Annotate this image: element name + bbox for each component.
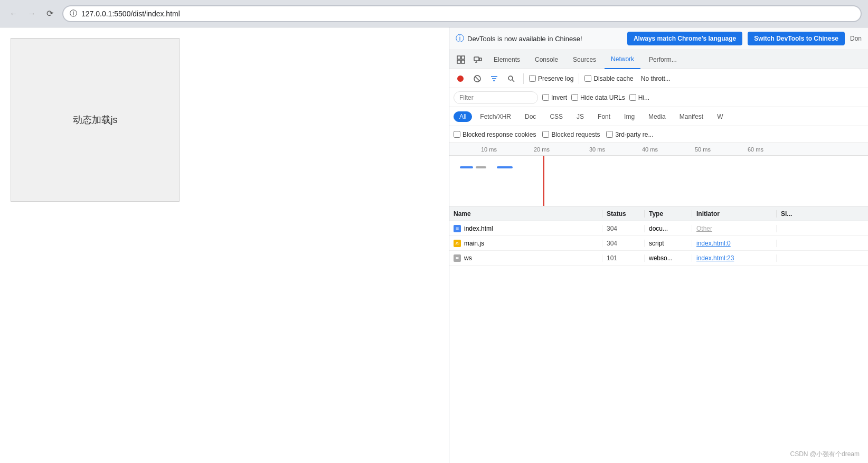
page-content: 动态加载js xyxy=(0,27,449,463)
row-status-index-html: 304 xyxy=(602,225,645,232)
devtools-notification: ⓘ DevTools is now available in Chinese! … xyxy=(449,27,868,50)
address-bar[interactable]: ⓘ 127.0.0.1:5500/dist/index.html xyxy=(62,5,862,22)
blocked-requests-label[interactable]: Blocked requests xyxy=(542,131,600,138)
html-file-icon: ☰ xyxy=(454,225,461,232)
col-header-initiator: Initiator xyxy=(692,210,777,218)
toolbar-separator-2 xyxy=(579,73,579,84)
filter-toggle-button[interactable] xyxy=(487,72,501,86)
notification-info-icon: ⓘ xyxy=(456,33,464,44)
blocked-cookies-label[interactable]: Blocked response cookies xyxy=(454,131,536,138)
blocked-third-party-checkbox[interactable] xyxy=(606,131,613,138)
filter-input[interactable] xyxy=(454,91,538,104)
info-icon: ⓘ xyxy=(70,9,77,18)
row-name-index-html: ☰ index.html xyxy=(449,225,602,232)
row-initiator-index-html: Other xyxy=(692,225,777,232)
table-row[interactable]: JS main.js 304 script index.html:0 xyxy=(449,236,868,251)
ws-file-icon: ⇄ xyxy=(454,254,461,262)
devtools-toolbar: Preserve log Disable cache No thrott... xyxy=(449,69,868,88)
type-css-button[interactable]: CSS xyxy=(544,111,569,122)
demo-text: 动态加载js xyxy=(73,114,118,126)
type-w-button[interactable]: W xyxy=(711,111,729,122)
tab-elements[interactable]: Elements xyxy=(487,50,526,69)
devtools-network-table: Name Status Type Initiator Si... ☰ index… xyxy=(449,206,868,463)
type-fetch-xhr-button[interactable]: Fetch/XHR xyxy=(474,111,517,122)
hide-data-urls-checkbox[interactable] xyxy=(571,94,578,101)
device-icon-button[interactable] xyxy=(470,52,485,67)
url-text: 127.0.0.1:5500/dist/index.html xyxy=(81,10,180,18)
search-button[interactable] xyxy=(504,72,518,86)
col-header-status: Status xyxy=(602,210,645,218)
svg-line-10 xyxy=(475,77,479,81)
timeline-bar-1 xyxy=(460,166,473,168)
forward-button[interactable]: → xyxy=(24,6,39,21)
invert-checkbox[interactable] xyxy=(542,94,549,101)
row-type-index-html: docu... xyxy=(645,225,692,232)
tab-console[interactable]: Console xyxy=(529,50,564,69)
col-header-size: Si... xyxy=(777,210,868,218)
table-row[interactable]: ⇄ ws 101 webso... index.html:23 xyxy=(449,251,868,266)
tab-performance[interactable]: Perform... xyxy=(643,50,683,69)
svg-rect-3 xyxy=(461,60,465,63)
devtools-timeline: 10 ms 20 ms 30 ms 40 ms 50 ms 60 ms xyxy=(449,143,868,206)
invert-label[interactable]: Invert xyxy=(542,94,567,101)
timeline-40ms: 40 ms xyxy=(642,146,658,153)
blocked-third-party-label[interactable]: 3rd-party re... xyxy=(606,131,653,138)
svg-rect-2 xyxy=(461,56,465,59)
inspect-icon-button[interactable] xyxy=(454,52,468,67)
tab-sources[interactable]: Sources xyxy=(567,50,602,69)
network-table-body: ☰ index.html 304 docu... Other JS main.j… xyxy=(449,221,868,463)
blocked-cookies-checkbox[interactable] xyxy=(454,131,460,138)
clear-icon xyxy=(474,75,481,82)
type-doc-button[interactable]: Doc xyxy=(519,111,542,122)
hide-data-urls-label[interactable]: Hide data URLs xyxy=(571,94,625,101)
row-name-main-js: JS main.js xyxy=(449,240,602,247)
devtools-tabs: Elements Console Sources Network Perform… xyxy=(449,50,868,69)
js-file-icon: JS xyxy=(454,240,461,247)
timeline-red-line xyxy=(543,156,544,206)
clear-button[interactable] xyxy=(470,72,484,86)
record-button[interactable] xyxy=(454,72,467,86)
search-icon xyxy=(507,75,515,82)
browser-chrome: ← → ⟳ ⓘ 127.0.0.1:5500/dist/index.html xyxy=(0,0,868,27)
no-throttle-text: No thrott... xyxy=(641,75,671,82)
row-initiator-ws[interactable]: index.html:23 xyxy=(692,254,777,262)
row-status-ws: 101 xyxy=(602,254,645,262)
type-font-button[interactable]: Font xyxy=(592,111,616,122)
hide-label[interactable]: Hi... xyxy=(629,94,649,101)
notification-message: DevTools is now available in Chinese! xyxy=(467,35,582,43)
preserve-log-checkbox[interactable] xyxy=(529,75,536,82)
devtools-panel: ⓘ DevTools is now available in Chinese! … xyxy=(449,27,868,463)
type-manifest-button[interactable]: Manifest xyxy=(674,111,709,122)
col-header-type: Type xyxy=(645,210,692,218)
preserve-log-label[interactable]: Preserve log xyxy=(529,75,573,82)
back-button[interactable]: ← xyxy=(6,6,21,21)
reload-button[interactable]: ⟳ xyxy=(42,6,57,21)
timeline-10ms: 10 ms xyxy=(481,146,497,153)
svg-point-11 xyxy=(508,76,513,80)
devtools-type-row: All Fetch/XHR Doc CSS JS Font Img Media … xyxy=(449,107,868,126)
row-status-main-js: 304 xyxy=(602,240,645,247)
row-initiator-main-js[interactable]: index.html:0 xyxy=(692,240,777,247)
type-js-button[interactable]: JS xyxy=(571,111,590,122)
svg-rect-4 xyxy=(474,57,479,61)
timeline-60ms: 60 ms xyxy=(748,146,763,153)
svg-rect-1 xyxy=(457,60,460,63)
dismiss-button[interactable]: Don xyxy=(850,35,862,42)
row-type-main-js: script xyxy=(645,240,692,247)
table-row[interactable]: ☰ index.html 304 docu... Other xyxy=(449,221,868,236)
switch-chinese-button[interactable]: Switch DevTools to Chinese xyxy=(748,32,845,45)
type-img-button[interactable]: Img xyxy=(618,111,640,122)
timeline-20ms: 20 ms xyxy=(534,146,550,153)
tab-network[interactable]: Network xyxy=(605,50,640,69)
watermark: CSDN @小强有个dream xyxy=(790,450,860,459)
type-all-button[interactable]: All xyxy=(454,111,472,122)
disable-cache-label[interactable]: Disable cache xyxy=(584,75,633,82)
hide-checkbox[interactable] xyxy=(629,94,636,101)
record-icon xyxy=(457,75,464,82)
disable-cache-checkbox[interactable] xyxy=(584,75,591,82)
network-table-header: Name Status Type Initiator Si... xyxy=(449,206,868,221)
blocked-requests-checkbox[interactable] xyxy=(542,131,549,138)
type-media-button[interactable]: Media xyxy=(643,111,672,122)
match-language-button[interactable]: Always match Chrome's language xyxy=(627,32,742,45)
notification-text: ⓘ DevTools is now available in Chinese! xyxy=(456,33,622,44)
